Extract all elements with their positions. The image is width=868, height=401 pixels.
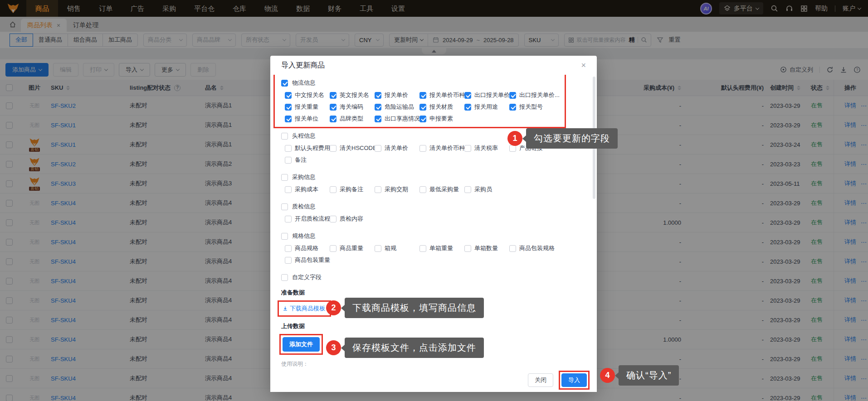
field-checkbox-item[interactable]: 商品重量 [330, 244, 375, 252]
field-checkbox[interactable] [464, 145, 471, 152]
field-checkbox[interactable] [464, 104, 471, 111]
tooltip-arrow [615, 372, 619, 379]
field-checkbox[interactable] [419, 186, 426, 193]
field-label: 最低采购量 [429, 185, 459, 193]
field-checkbox-item[interactable]: 出口报关单价... [509, 91, 554, 99]
field-checkbox[interactable] [375, 116, 381, 122]
field-checkbox-item[interactable]: 申报要素 [419, 115, 464, 123]
section-checkbox[interactable] [281, 80, 288, 87]
step-tooltip: 确认“导入” [619, 365, 679, 386]
field-checkbox[interactable] [330, 92, 336, 99]
field-checkbox-item[interactable]: 报关单价币种 [419, 91, 464, 99]
field-checkbox[interactable] [285, 116, 292, 122]
field-checkbox-item[interactable]: 英文报关名 [330, 91, 375, 99]
button-label: 添加文件 [289, 340, 313, 348]
dialog-title: 导入更新商品 [281, 61, 325, 70]
field-checkbox-item[interactable]: 采购备注 [330, 185, 375, 193]
field-checkbox[interactable] [330, 116, 336, 122]
field-checkbox-item[interactable]: 最低采购量 [419, 185, 464, 193]
field-checkbox[interactable] [464, 186, 471, 193]
field-checkbox-item[interactable]: 备注 [285, 156, 330, 164]
field-checkbox[interactable] [375, 245, 381, 252]
annotation-step-3: 3 保存模板文件，点击添加文件 [326, 338, 484, 358]
field-checkbox-item[interactable]: 出口报关单价 [464, 91, 509, 99]
field-checkbox[interactable] [285, 257, 292, 264]
field-checkbox[interactable] [330, 216, 336, 222]
field-checkbox[interactable] [509, 245, 516, 252]
field-checkbox[interactable] [285, 186, 292, 193]
field-checkbox-item[interactable]: 清关税率 [464, 144, 509, 152]
field-label: 英文报关名 [340, 91, 369, 99]
field-checkbox[interactable] [330, 245, 336, 252]
field-checkbox[interactable] [285, 92, 292, 99]
field-checkbox[interactable] [285, 216, 292, 222]
field-checkbox[interactable] [464, 92, 471, 99]
field-checkbox-item[interactable]: 单箱重量 [419, 244, 464, 252]
field-checkbox[interactable] [375, 92, 381, 99]
field-checkbox-item[interactable]: 报关型号 [509, 103, 554, 111]
field-label: 报关单价币种 [429, 91, 465, 99]
dialog-header: 导入更新商品 × [270, 56, 597, 75]
import-button[interactable]: 导入 [561, 373, 587, 387]
field-checkbox[interactable] [375, 104, 381, 111]
field-checkbox[interactable] [419, 245, 426, 252]
field-checkbox-item[interactable]: 海关编码 [330, 103, 375, 111]
field-checkbox-item[interactable]: 商品包装规格 [509, 244, 554, 252]
dialog-close-icon[interactable]: × [581, 61, 586, 69]
section-lines: 采购成本 采购备注 采购交期 [281, 184, 586, 195]
field-checkbox[interactable] [375, 145, 381, 152]
field-label: 报关单位 [295, 115, 318, 123]
field-checkbox-item[interactable]: 危险运输品 [375, 103, 419, 111]
field-checkbox-item[interactable]: 出口享惠情况 [375, 115, 419, 123]
field-checkbox[interactable] [330, 145, 336, 152]
field-checkbox-item[interactable]: 中文报关名 [285, 91, 330, 99]
field-checkbox[interactable] [330, 104, 336, 111]
field-checkbox-item[interactable]: 商品规格 [285, 244, 330, 252]
field-checkbox-item[interactable]: 采购成本 [285, 185, 330, 193]
annotation-step-2: 2 下载商品模板，填写商品信息 [326, 298, 484, 318]
field-checkbox[interactable] [285, 245, 292, 252]
field-section: 规格信息 商品规格 [281, 231, 586, 266]
field-checkbox[interactable] [375, 186, 381, 193]
field-checkbox-item[interactable]: 单箱数量 [464, 244, 509, 252]
field-checkbox-item[interactable]: 商品包装重量 [285, 256, 330, 264]
section-checkbox[interactable] [281, 133, 288, 140]
field-checkbox-item[interactable]: 报关单价 [375, 91, 419, 99]
download-icon [283, 306, 288, 311]
field-checkbox-item[interactable]: 开启质检流程 [285, 215, 330, 223]
field-checkbox-item[interactable]: 报关材质 [419, 103, 464, 111]
section-lines: 中文报关名 英文报关名 报关单价 [281, 89, 586, 125]
field-checkbox-item[interactable]: 箱规 [375, 244, 419, 252]
close-button[interactable]: 关闭 [528, 373, 553, 387]
section-checkbox[interactable] [281, 203, 288, 210]
field-checkbox-item[interactable]: 报关重量 [285, 103, 330, 111]
field-checkbox-item[interactable]: 清关单价 [375, 144, 419, 152]
section-label: 头程信息 [292, 132, 316, 140]
field-checkbox-item[interactable]: 清关HSCODE [330, 144, 375, 152]
field-checkbox-item[interactable]: 采购员 [464, 185, 509, 193]
field-checkbox-item[interactable]: 报关用途 [464, 103, 509, 111]
field-checkbox-item[interactable]: 清关单价币种 [419, 144, 464, 152]
field-checkbox[interactable] [419, 104, 426, 111]
field-checkbox[interactable] [330, 186, 336, 193]
field-checkbox-item[interactable]: 品牌类型 [330, 115, 375, 123]
field-checkbox-item[interactable]: 报关单位 [285, 115, 330, 123]
field-checkbox[interactable] [419, 92, 426, 99]
section-checkbox[interactable] [281, 274, 288, 281]
field-checkbox[interactable] [285, 104, 292, 111]
download-template-link[interactable]: 下载商品模板 [283, 304, 325, 313]
field-checkbox[interactable] [419, 145, 426, 152]
field-checkbox[interactable] [285, 157, 292, 164]
field-checkbox-item[interactable]: 默认头程费用... [285, 144, 330, 152]
section-checkbox[interactable] [281, 233, 288, 240]
field-checkbox[interactable] [419, 116, 426, 122]
section-label: 采购信息 [292, 173, 316, 181]
field-checkbox[interactable] [509, 92, 516, 99]
field-checkbox[interactable] [464, 245, 471, 252]
field-checkbox[interactable] [509, 104, 516, 111]
field-checkbox-item[interactable]: 质检内容 [330, 215, 375, 223]
field-checkbox[interactable] [285, 145, 292, 152]
section-checkbox[interactable] [281, 174, 288, 181]
field-checkbox-item[interactable]: 采购交期 [375, 185, 419, 193]
add-file-button[interactable]: 添加文件 [283, 337, 320, 352]
